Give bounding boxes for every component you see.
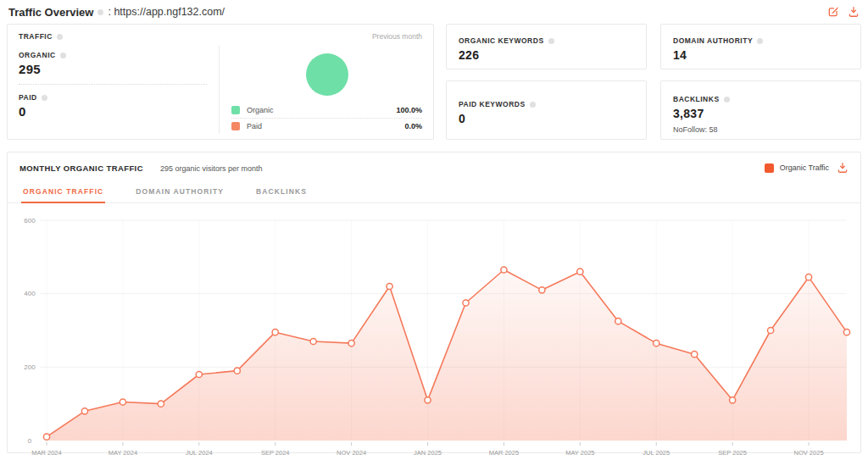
organic-traffic-label: ORGANIC [19,51,207,59]
legend-label: Paid [247,122,262,130]
stat-label: PAID KEYWORDS [459,100,526,108]
stat-value: 3,837 [673,107,849,120]
legend-row-paid: Paid 0.0% [231,119,422,134]
info-icon[interactable] [757,38,763,44]
svg-text:SEP 2024: SEP 2024 [261,449,290,457]
traffic-pie-chart[interactable] [306,53,348,96]
url-separator: : [108,6,110,18]
monthly-traffic-card: MONTHLY ORGANIC TRAFFIC 295 organic visi… [7,152,861,453]
monthly-section-title: MONTHLY ORGANIC TRAFFIC [19,163,143,173]
svg-text:SEP 2025: SEP 2025 [718,449,747,457]
svg-text:NOV 2024: NOV 2024 [337,449,366,457]
stats-row: TRAFFIC Previous month ORGANIC 295 PAID [7,24,861,140]
svg-text:MAR 2024: MAR 2024 [31,449,61,457]
nofollow-count: NoFollow: 58 [673,125,849,134]
traffic-card: TRAFFIC Previous month ORGANIC 295 PAID [7,24,434,140]
chart-tabs: ORGANIC TRAFFIC DOMAIN AUTHORITY BACKLIN… [8,180,860,203]
stat-cards-grid: ORGANIC KEYWORDS 226 DOMAIN AUTHORITY 14… [446,24,861,140]
svg-text:NOV 2025: NOV 2025 [794,449,824,457]
edit-report-icon[interactable] [827,6,839,18]
info-icon[interactable] [724,97,730,103]
svg-text:MAY 2024: MAY 2024 [108,449,137,457]
tab-domain-authority[interactable]: DOMAIN AUTHORITY [134,180,225,203]
traffic-label: TRAFFIC [19,32,53,41]
svg-text:JUL 2025: JUL 2025 [643,449,670,457]
legend-row-organic: Organic 100.0% [231,103,422,119]
download-report-icon[interactable] [848,6,860,18]
info-icon[interactable] [548,38,554,44]
stat-value: 226 [459,48,634,62]
tab-backlinks[interactable]: BACKLINKS [254,180,309,203]
chart-area: 0200400600MAR 2024MAY 2024JUL 2024SEP 20… [8,203,860,460]
info-icon[interactable] [530,102,536,108]
organic-swatch-icon [231,106,240,114]
svg-text:MAR 2025: MAR 2025 [489,449,519,457]
legend-pct: 100.0% [396,106,422,114]
chart-legend: Organic Traffic [765,163,829,173]
svg-text:0: 0 [28,437,32,445]
download-chart-icon[interactable] [837,162,849,174]
organic-traffic-value: 295 [19,62,207,76]
traffic-card-title: TRAFFIC [19,32,63,41]
domain-url: : https://app.ngf132.com/ [108,6,225,18]
previous-month-label: Previous month [372,32,422,41]
organic-traffic-chart[interactable]: 0200400600MAR 2024MAY 2024JUL 2024SEP 20… [11,210,862,460]
stat-value: 14 [673,48,849,62]
svg-text:200: 200 [24,363,36,371]
monthly-section-subtitle: 295 organic visitors per month [160,164,263,173]
stat-card-paid-keywords: PAID KEYWORDS 0 [446,80,647,140]
paid-traffic-value: 0 [19,104,207,119]
info-icon[interactable] [42,95,47,101]
page-title: Traffic Overview [8,6,93,19]
stat-card-backlinks: BACKLINKS 3,837 NoFollow: 58 [660,80,861,140]
stat-card-organic-keywords: ORGANIC KEYWORDS 226 [446,24,647,69]
svg-text:JAN 2025: JAN 2025 [414,449,442,457]
chart-legend-label: Organic Traffic [780,163,829,172]
svg-text:MAY 2025: MAY 2025 [565,449,594,457]
url-text[interactable]: https://app.ngf132.com/ [114,6,225,18]
legend-label: Organic [247,106,274,114]
stat-label: DOMAIN AUTHORITY [673,36,753,45]
svg-text:JUL 2024: JUL 2024 [186,449,213,457]
svg-text:400: 400 [24,290,36,297]
traffic-overview-page: Traffic Overview : https://app.ngf132.co… [0,0,868,453]
paid-swatch-icon [231,122,240,130]
stat-value: 0 [459,112,634,125]
stat-card-domain-authority: DOMAIN AUTHORITY 14 [660,24,861,69]
tab-organic-traffic[interactable]: ORGANIC TRAFFIC [21,180,105,203]
legend-pct: 0.0% [404,122,422,130]
organic-traffic-swatch-icon [765,163,774,173]
info-icon[interactable] [97,9,103,15]
stat-label: BACKLINKS [673,95,720,103]
traffic-pie-section: Organic 100.0% Paid 0.0% [219,46,422,134]
page-header: Traffic Overview : https://app.ngf132.co… [7,0,861,22]
info-icon[interactable] [57,34,63,40]
info-icon[interactable] [60,53,66,58]
divider [19,84,207,85]
paid-traffic-label: PAID [19,93,207,102]
traffic-numbers: ORGANIC 295 PAID 0 [19,46,219,134]
stat-label: ORGANIC KEYWORDS [459,36,544,45]
svg-text:600: 600 [24,217,36,224]
